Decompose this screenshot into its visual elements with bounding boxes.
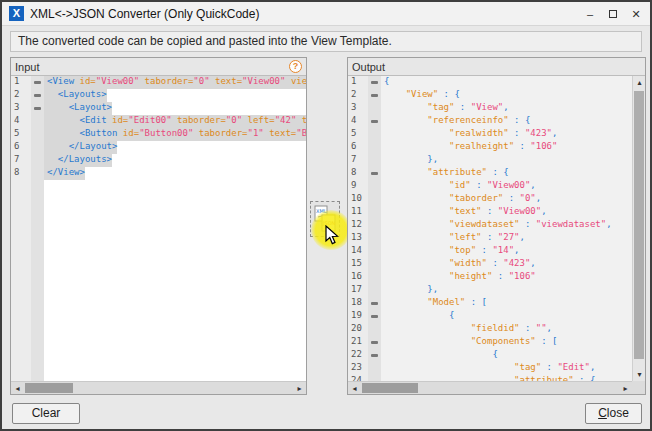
output-v-scroll-thumb[interactable] [634,91,644,359]
output-code-line[interactable]: 11 "text" : "View00", [348,206,632,219]
code-text: { [381,310,454,323]
input-code-line[interactable]: 1<View id="View00" taborder="0" text="Vi… [11,76,306,89]
message-bar: The converted code can be copied and pas… [10,31,642,52]
fold-margin[interactable] [368,115,381,128]
output-code-line[interactable]: 23 "tag" : "Edit", [348,362,632,375]
output-code-line[interactable]: 14 "top" : "14", [348,245,632,258]
input-code-line[interactable]: 7 </Layouts> [11,154,306,167]
fold-margin[interactable] [368,76,381,89]
fold-margin[interactable] [368,89,381,102]
convert-button[interactable]: XML JSON [310,201,340,237]
output-code-line[interactable]: 16 "height" : "106" [348,271,632,284]
fold-margin[interactable] [368,310,381,323]
fold-collapse-icon[interactable] [371,81,378,84]
fold-margin [368,232,381,245]
output-code-line[interactable]: 10 "taborder" : "0", [348,193,632,206]
input-code-editor[interactable]: 1<View id="View00" taborder="0" text="Vi… [11,76,306,394]
input-code-line[interactable]: 2 <Layouts> [11,89,306,102]
fold-collapse-icon[interactable] [371,94,378,97]
code-token: : [492,271,508,281]
output-code-line[interactable]: 18 "Model" : [ [348,297,632,310]
scroll-down-icon[interactable]: ▾ [633,368,645,381]
fold-margin[interactable] [31,89,44,102]
fold-margin[interactable] [368,336,381,349]
fold-margin[interactable] [368,167,381,180]
code-token: "taborder" [449,193,503,203]
output-code-line[interactable]: 4 "referenceinfo" : { [348,115,632,128]
output-code-line[interactable]: 19 { [348,310,632,323]
close-button[interactable]: Close [585,403,642,424]
output-code-editor[interactable]: 1{2 "View" : {3 "tag" : "View",4 "refere… [348,76,645,394]
output-code-lines[interactable]: 1{2 "View" : {3 "tag" : "View",4 "refere… [348,76,632,381]
code-token: text= [264,128,297,138]
output-code-line[interactable]: 12 "viewdataset" : "viewdataset", [348,219,632,232]
output-code-line[interactable]: 17 }, [348,284,632,297]
output-code-line[interactable]: 9 "id" : "View00", [348,180,632,193]
output-code-line[interactable]: 22 { [348,349,632,362]
fold-collapse-icon[interactable] [371,315,378,318]
scroll-right-icon[interactable]: ▸ [293,382,306,394]
output-h-scrollbar[interactable]: ◂ ▸ [348,381,632,394]
fold-margin[interactable] [31,102,44,115]
fold-collapse-icon[interactable] [371,172,378,175]
code-token: <Button [80,128,118,138]
input-code-line[interactable]: 4 <Edit id="Edit00" taborder="0" left="4… [11,115,306,128]
output-code-line[interactable]: 7 }, [348,154,632,167]
code-token: left= [242,115,275,125]
title-bar[interactable]: X XML<->JSON Converter (Only QuickCode) … [2,2,650,26]
code-text: <Layouts> [44,89,107,102]
fold-collapse-icon[interactable] [371,120,378,123]
fold-margin[interactable] [368,349,381,362]
output-code-line[interactable]: 21 "Components" : [ [348,336,632,349]
minimize-button[interactable]: – [583,7,597,21]
code-text: "Components" : [ [381,336,557,349]
output-code-line[interactable]: 5 "realwidth" : "423", [348,128,632,141]
fold-collapse-icon[interactable] [371,302,378,305]
scroll-up-icon[interactable]: ▴ [633,76,645,89]
fold-collapse-icon[interactable] [34,107,41,110]
scroll-left-icon[interactable]: ◂ [348,382,361,394]
output-code-line[interactable]: 3 "tag" : "View", [348,102,632,115]
scroll-right-icon[interactable]: ▸ [619,382,632,394]
output-code-line[interactable]: 8 "attribute" : { [348,167,632,180]
input-h-scrollbar[interactable]: ◂ ▸ [11,381,306,394]
fold-margin [31,141,44,154]
output-code-line[interactable]: 6 "realheight" : "106" [348,141,632,154]
maximize-button[interactable] [606,7,620,21]
output-code-line[interactable]: 15 "width" : "423", [348,258,632,271]
output-v-scrollbar[interactable]: ▴ ▾ [632,76,645,381]
line-number: 24 [348,375,368,381]
fold-collapse-icon[interactable] [371,354,378,357]
input-code-line[interactable]: 8</View> [11,167,306,180]
line-number: 14 [348,245,368,258]
code-token [384,102,427,112]
input-code-line[interactable]: 6 </Layout> [11,141,306,154]
clear-button[interactable]: Clear [12,403,80,424]
output-code-line[interactable]: 24 "attribute" : { [348,375,632,381]
input-h-scroll-thumb[interactable] [25,383,73,393]
scroll-left-icon[interactable]: ◂ [11,382,24,394]
input-code-lines[interactable]: 1<View id="View00" taborder="0" text="Vi… [11,76,306,381]
fold-margin[interactable] [31,76,44,89]
output-code-line[interactable]: 20 "fieldid" : "", [348,323,632,336]
output-h-scroll-thumb[interactable] [362,383,418,393]
fold-margin[interactable] [368,297,381,310]
output-code-line[interactable]: 1{ [348,76,632,89]
code-token: , [541,206,546,216]
line-number: 15 [348,258,368,271]
close-window-button[interactable]: ✕ [629,7,643,21]
input-code-line[interactable]: 3 <Layout> [11,102,306,115]
fold-margin [368,284,381,297]
output-code-line[interactable]: 2 "View" : { [348,89,632,102]
output-code-line[interactable]: 13 "left" : "27", [348,232,632,245]
code-token [384,362,514,372]
code-text: "height" : "106" [381,271,536,284]
help-icon[interactable]: ? [289,60,302,73]
fold-collapse-icon[interactable] [371,341,378,344]
fold-margin [31,115,44,128]
fold-collapse-icon[interactable] [34,94,41,97]
code-text: { [381,76,389,89]
fold-collapse-icon[interactable] [34,81,41,84]
input-code-line[interactable]: 5 <Button id="Button00" taborder="1" tex… [11,128,306,141]
fold-margin [368,180,381,193]
